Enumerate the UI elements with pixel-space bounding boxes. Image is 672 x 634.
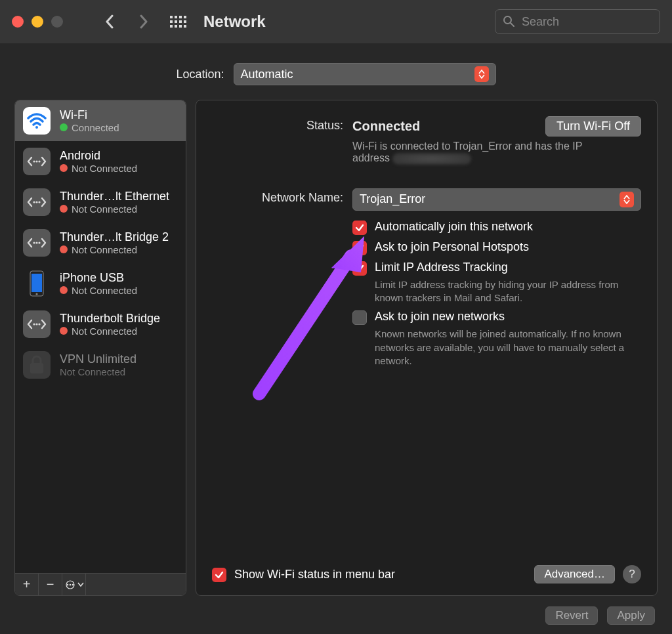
sidebar-item-name: Wi-Fi — [60, 108, 119, 122]
traffic-lights — [12, 16, 63, 28]
option-automatically-join-this-network: Automatically join this network — [352, 220, 641, 235]
status-dot-icon — [60, 164, 68, 172]
minimize-window-button[interactable] — [32, 16, 43, 28]
sidebar-item-texts: VPN UnlimitedNot Connected — [60, 352, 136, 377]
svg-point-15 — [33, 323, 35, 325]
location-value: Automatic — [241, 68, 293, 81]
dialog-footer: Revert Apply — [14, 596, 658, 625]
sidebar-item-status: Not Connected — [60, 285, 137, 296]
sidebar-item-thunder-lt-ethernet[interactable]: Thunder…lt EthernetNot Connected — [15, 182, 186, 222]
svg-point-21 — [72, 583, 74, 585]
svg-point-14 — [35, 293, 37, 295]
remove-interface-button[interactable]: − — [39, 574, 62, 595]
interface-options-button[interactable] — [62, 574, 86, 595]
svg-point-10 — [35, 242, 37, 243]
checkbox[interactable] — [352, 310, 367, 325]
advanced-button[interactable]: Advanced… — [534, 565, 615, 583]
sidebar-item-name: iPhone USB — [60, 271, 137, 285]
status-label: Status: — [212, 116, 343, 133]
forward-button[interactable] — [133, 9, 155, 35]
sidebar-item-status: Not Connected — [60, 366, 136, 377]
revert-button[interactable]: Revert — [545, 606, 598, 625]
add-interface-button[interactable]: + — [15, 574, 39, 595]
status-dot-icon — [60, 286, 68, 294]
sidebar-item-texts: AndroidNot Connected — [60, 149, 137, 174]
network-name-popup[interactable]: Trojan_Error — [352, 188, 641, 211]
svg-point-20 — [69, 583, 71, 585]
sidebar-toolbar: + − — [15, 573, 186, 595]
show-menubar-label: Show Wi-Fi status in menu bar — [234, 568, 395, 581]
sidebar-item-vpn-unlimited[interactable]: VPN UnlimitedNot Connected — [15, 345, 186, 385]
sidebar-item-status: Not Connected — [60, 163, 137, 174]
zoom-window-button[interactable] — [51, 16, 63, 28]
apply-button[interactable]: Apply — [607, 606, 655, 625]
location-label: Location: — [176, 68, 224, 81]
option-ask-to-join-personal-hotspots: Ask to join Personal Hotspots — [352, 240, 641, 255]
checkbox[interactable] — [352, 261, 367, 276]
back-button[interactable] — [98, 9, 121, 35]
show-menubar-checkbox[interactable] — [212, 568, 226, 582]
sidebar-item-name: Android — [60, 149, 137, 163]
sidebar-item-iphone-usb[interactable]: iPhone USBNot Connected — [15, 263, 186, 304]
sidebar-item-thunderbolt-bridge[interactable]: Thunderbolt BridgeNot Connected — [15, 304, 186, 345]
ether-icon — [23, 229, 51, 257]
sidebar-item-texts: Wi-FiConnected — [60, 108, 119, 133]
sidebar-toolbar-spacer — [86, 574, 186, 595]
sidebar-item-thunder-lt-bridge-2[interactable]: Thunder…lt Bridge 2Not Connected — [15, 222, 186, 263]
sidebar-item-status: Not Connected — [60, 203, 169, 215]
svg-point-19 — [66, 583, 68, 585]
sidebar-item-texts: Thunder…lt Bridge 2Not Connected — [60, 230, 169, 255]
interface-sidebar: Wi-FiConnectedAndroidNot ConnectedThunde… — [14, 100, 186, 596]
sidebar-item-name: VPN Unlimited — [60, 352, 136, 366]
sidebar-item-android[interactable]: AndroidNot Connected — [15, 141, 186, 182]
option-ask-to-join-new-networks: Ask to join new networks — [352, 310, 641, 325]
network-name-label: Network Name: — [212, 188, 343, 205]
sidebar-item-texts: iPhone USBNot Connected — [60, 271, 137, 296]
svg-point-9 — [33, 242, 35, 243]
show-all-prefs-button[interactable] — [167, 9, 189, 35]
ellipsis-chevron-icon — [64, 580, 79, 589]
checkbox[interactable] — [352, 221, 367, 235]
checkbox-sublabel: Limit IP address tracking by hiding your… — [375, 278, 637, 305]
location-row: Location: Automatic — [14, 63, 658, 85]
checkbox[interactable] — [352, 241, 367, 255]
checkbox-label: Automatically join this network — [375, 220, 533, 234]
svg-line-1 — [511, 23, 514, 26]
lock-icon — [23, 351, 51, 379]
checkbox-label: Limit IP Address Tracking — [375, 261, 508, 274]
sidebar-item-texts: Thunder…lt EthernetNot Connected — [60, 190, 169, 215]
status-dot-icon — [60, 205, 68, 213]
checkbox-sublabel: Known networks will be joined automatica… — [375, 328, 637, 368]
status-value: Connected — [352, 119, 420, 134]
network-name-value: Trojan_Error — [360, 192, 425, 206]
search-input[interactable] — [495, 9, 660, 34]
ether-icon — [23, 148, 51, 175]
sidebar-item-name: Thunderbolt Bridge — [60, 312, 160, 326]
status-dot-icon — [60, 245, 68, 253]
close-window-button[interactable] — [12, 16, 24, 28]
help-button[interactable]: ? — [623, 565, 641, 583]
sidebar-item-wi-fi[interactable]: Wi-FiConnected — [15, 100, 186, 141]
svg-point-17 — [38, 323, 40, 325]
svg-point-6 — [33, 201, 35, 203]
search-icon — [503, 15, 514, 30]
svg-point-4 — [35, 160, 37, 162]
wifi-icon — [23, 107, 51, 135]
svg-point-3 — [33, 160, 35, 162]
svg-point-11 — [38, 242, 40, 243]
phone-icon — [23, 270, 51, 297]
svg-point-16 — [35, 323, 37, 325]
svg-rect-18 — [30, 363, 43, 373]
svg-point-5 — [38, 160, 40, 162]
ip-address-redacted — [392, 153, 471, 165]
location-popup[interactable]: Automatic — [234, 63, 496, 85]
status-dot-icon — [60, 327, 68, 335]
arrows-updown-icon — [474, 66, 489, 82]
status-description: Wi-Fi is connected to Trojan_Error and h… — [352, 140, 621, 165]
wifi-toggle-button[interactable]: Turn Wi-Fi Off — [545, 116, 641, 137]
chevron-down-icon — [77, 582, 84, 587]
search-field-wrap — [495, 9, 660, 34]
sidebar-item-status: Connected — [60, 122, 119, 133]
interface-list: Wi-FiConnectedAndroidNot ConnectedThunde… — [15, 100, 186, 573]
svg-rect-13 — [32, 274, 42, 292]
